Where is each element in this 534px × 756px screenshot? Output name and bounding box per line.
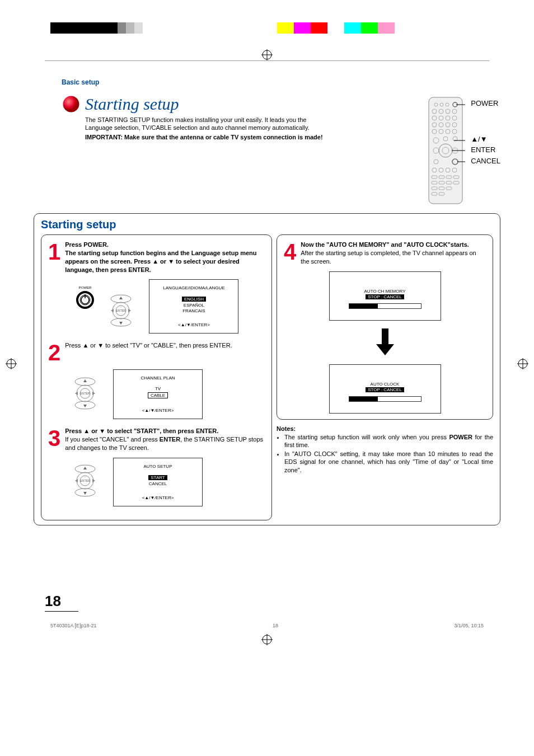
breadcrumb: Basic setup xyxy=(62,78,500,86)
page-number-rule xyxy=(45,611,78,612)
osd-auto-clock: AUTO CLOCK STOP : CANCEL xyxy=(329,364,441,414)
svg-marker-65 xyxy=(111,309,114,312)
step-2-text: Press ▲ or ▼ to select "TV" or "CABLE", … xyxy=(65,341,232,364)
svg-text:ENTER: ENTER xyxy=(81,392,90,395)
remote-illustration: POWER ▲/▼ ENTER CANCEL xyxy=(426,95,500,206)
intro-text: The STARTING SETUP function makes instal… xyxy=(85,116,326,141)
svg-marker-59 xyxy=(119,297,123,299)
step-1-text: Press POWER. The starting setup function… xyxy=(65,241,265,274)
osd-auto-ch-memory: AUTO CH MEMORY STOP : CANCEL xyxy=(329,271,441,321)
svg-marker-82 xyxy=(83,492,87,495)
remote-label-updown: ▲/▼ xyxy=(471,134,500,145)
notes-section: Notes: The starting setup function will … xyxy=(277,425,493,474)
step-3-text: Press ▲ or ▼ to select "START", then pre… xyxy=(65,427,265,452)
power-button-icon: POWER ENTER xyxy=(68,283,138,330)
registration-mark-icon xyxy=(261,49,273,60)
step-number-3: 3 xyxy=(48,427,60,452)
remote-label-power: POWER xyxy=(471,98,500,109)
registration-mark-icon xyxy=(517,358,528,369)
svg-text:POWER: POWER xyxy=(79,286,92,289)
steps-right-box: 4 Now the "AUTO CH MEMORY" and "AUTO CLO… xyxy=(277,234,493,420)
registration-mark-icon xyxy=(261,634,273,645)
step-number-1: 1 xyxy=(48,241,60,274)
registration-mark-icon xyxy=(6,358,17,369)
svg-text:ENTER: ENTER xyxy=(81,479,90,482)
svg-marker-75 xyxy=(92,392,95,395)
svg-marker-83 xyxy=(75,479,78,482)
svg-marker-74 xyxy=(75,392,78,395)
dpad-icon: ENTER xyxy=(68,463,102,500)
svg-marker-86 xyxy=(376,344,394,355)
svg-marker-77 xyxy=(83,467,87,469)
section-heading: Starting setup xyxy=(41,218,493,231)
remote-label-cancel: CANCEL xyxy=(471,156,500,167)
osd-language: LANGUAGE/IDIOMA/LANGUE ENGLISH ESPAÑOL F… xyxy=(149,279,238,334)
dpad-icon: ENTER xyxy=(68,376,102,413)
down-arrow-icon xyxy=(374,328,396,356)
svg-marker-68 xyxy=(83,379,87,382)
svg-marker-64 xyxy=(119,322,123,325)
step-number-4: 4 xyxy=(284,241,296,266)
svg-point-3 xyxy=(63,96,79,112)
step-number-2: 2 xyxy=(48,341,60,364)
starting-setup-box: Starting setup 1 Press POWER. The starti… xyxy=(34,213,500,525)
svg-rect-85 xyxy=(382,328,388,344)
remote-label-enter: ENTER xyxy=(471,144,500,156)
steps-left-box: 1 Press POWER. The starting setup functi… xyxy=(41,234,272,520)
svg-marker-84 xyxy=(92,479,95,482)
print-registration-bar xyxy=(34,22,500,62)
red-sphere-icon xyxy=(62,95,81,114)
svg-marker-66 xyxy=(128,309,131,312)
footer-meta: 5T40301A [E]p18-21 18 3/1/05, 10:15 xyxy=(50,623,484,628)
svg-marker-73 xyxy=(83,405,87,407)
page-number: 18 xyxy=(45,593,500,610)
svg-text:ENTER: ENTER xyxy=(116,309,126,312)
osd-channel-plan: CHANNEL PLAN TV CABLE <▲/▼/ENTER> xyxy=(113,369,203,419)
step-4-text: Now the "AUTO CH MEMORY" and "AUTO CLOCK… xyxy=(301,241,486,266)
osd-auto-setup: AUTO SETUP START CANCEL <▲/▼/ENTER> xyxy=(113,458,203,506)
page-title: Starting setup xyxy=(85,95,179,114)
